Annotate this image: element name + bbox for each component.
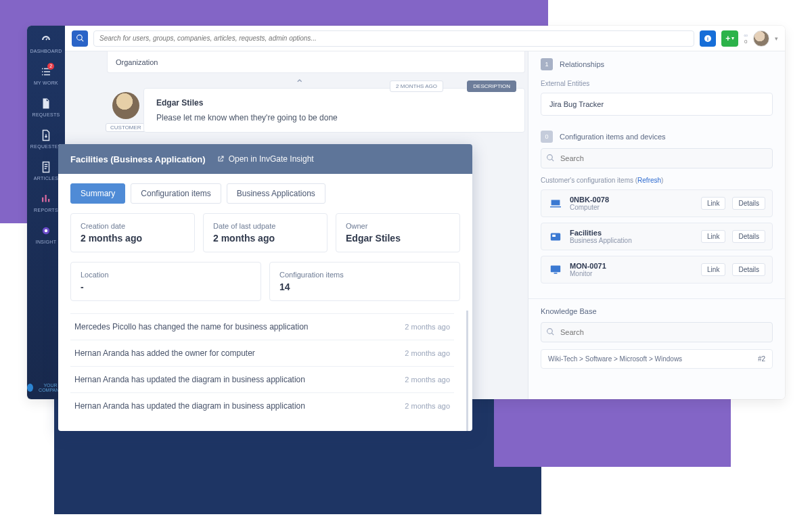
chevron-down-icon: ▾ bbox=[731, 35, 734, 41]
kb-article-row[interactable]: Wiki-Tech > Software > Microsoft > Windo… bbox=[541, 349, 773, 369]
right-panel: 1 Relationships External Entities Jira B… bbox=[528, 51, 785, 399]
notif-counter[interactable]: ∞ 0 bbox=[744, 32, 748, 45]
activity-row: Mercedes Picollo has changed the name fo… bbox=[70, 313, 454, 340]
file-icon bbox=[40, 97, 52, 110]
sidebar-item-insight[interactable]: INSIGHT bbox=[36, 225, 57, 244]
link-button[interactable]: Link bbox=[701, 230, 725, 243]
link-button[interactable]: Link bbox=[701, 197, 725, 210]
relationships-count: 1 bbox=[541, 58, 553, 70]
summary-card: Configuration items 14 bbox=[269, 262, 460, 301]
comment-time: 2 MONTHS AGO bbox=[390, 81, 443, 92]
sidebar-item-mywork[interactable]: 2 MY WORK bbox=[34, 66, 58, 85]
facilities-tabs: Summary Configuration items Business App… bbox=[58, 174, 472, 213]
summary-card: Owner Edgar Stiles bbox=[336, 213, 460, 252]
summary-card: Location - bbox=[70, 262, 261, 301]
search-icon bbox=[546, 154, 555, 162]
facilities-header: Facilities (Business Application) Open i… bbox=[58, 144, 472, 174]
comment-message: Please let me know when they're going to… bbox=[156, 113, 512, 122]
knowledge-base-section: Knowledge Base Wiki-Tech > Software > Mi… bbox=[528, 298, 785, 377]
search-icon bbox=[76, 34, 85, 43]
ci-type: Monitor bbox=[570, 270, 694, 277]
details-button[interactable]: Details bbox=[732, 197, 765, 210]
sidebar-item-reports[interactable]: REPORTS bbox=[34, 193, 58, 212]
refresh-link[interactable]: Refresh bbox=[637, 177, 661, 184]
search-input[interactable] bbox=[93, 30, 694, 47]
comment-tag: DESCRIPTION bbox=[467, 81, 516, 92]
role-tag: CUSTOMER bbox=[106, 123, 146, 132]
ci-search bbox=[541, 148, 773, 168]
sidebar-item-label: DASHBOARD bbox=[30, 49, 62, 53]
tab-summary[interactable]: Summary bbox=[70, 183, 125, 204]
sidebar-item-label: REQUESTED bbox=[30, 144, 62, 149]
sidebar-item-label: INSIGHT bbox=[36, 240, 57, 244]
relationships-header[interactable]: 1 Relationships bbox=[541, 58, 773, 70]
kb-search-input[interactable] bbox=[541, 322, 773, 342]
details-button[interactable]: Details bbox=[732, 263, 765, 276]
plus-icon: + bbox=[725, 34, 730, 43]
external-link-icon bbox=[217, 155, 225, 163]
search-button[interactable] bbox=[72, 30, 88, 47]
comment-bubble: 2 MONTHS AGO DESCRIPTION Edgar Stiles Pl… bbox=[143, 88, 525, 133]
info-icon: i bbox=[704, 35, 712, 43]
comment-author-name: Edgar Stiles bbox=[156, 98, 512, 108]
facilities-card: Facilities (Business Application) Open i… bbox=[58, 144, 472, 431]
details-button[interactable]: Details bbox=[732, 230, 765, 243]
kb-title: Knowledge Base bbox=[541, 307, 773, 315]
sidebar-item-label: MY WORK bbox=[34, 81, 58, 85]
facilities-title: Facilities (Business Application) bbox=[70, 154, 206, 164]
svg-rect-6 bbox=[551, 265, 560, 272]
breadcrumb[interactable]: Organization bbox=[107, 51, 525, 73]
ci-name: Facilities bbox=[570, 229, 694, 237]
monitor-icon bbox=[548, 264, 563, 276]
sidebar-item-label: REPORTS bbox=[34, 208, 58, 212]
chart-icon bbox=[40, 193, 52, 205]
ci-row: MON-0071 Monitor Link Details bbox=[541, 256, 773, 283]
file-down-icon bbox=[40, 129, 52, 141]
kb-search bbox=[541, 322, 773, 342]
insight-icon bbox=[40, 225, 52, 237]
laptop-icon bbox=[548, 198, 563, 210]
gauge-icon bbox=[40, 34, 52, 46]
ci-search-input[interactable] bbox=[541, 148, 773, 168]
sidebar-item-label: REQUESTS bbox=[32, 112, 60, 117]
top-bar: i + ▾ ∞ 0 ▾ bbox=[65, 26, 785, 51]
ci-row: 0NBK-0078 Computer Link Details bbox=[541, 189, 773, 217]
svg-point-1 bbox=[45, 229, 48, 233]
ci-name: 0NBK-0078 bbox=[570, 196, 694, 204]
ci-type: Computer bbox=[570, 204, 694, 211]
link-button[interactable]: Link bbox=[701, 263, 725, 276]
ci-header[interactable]: 0 Configuration items and devices bbox=[541, 131, 773, 143]
sidebar-item-label: ARTICLES bbox=[34, 176, 59, 181]
summary-card: Creation date 2 months ago bbox=[70, 213, 195, 252]
open-insight-link[interactable]: Open in InvGate Insight bbox=[217, 154, 314, 164]
sidebar-item-articles[interactable]: ARTICLES bbox=[34, 161, 59, 181]
svg-rect-7 bbox=[554, 273, 558, 274]
user-avatar[interactable] bbox=[753, 30, 769, 47]
add-button[interactable]: + ▾ bbox=[721, 30, 738, 47]
tab-config-items[interactable]: Configuration items bbox=[131, 183, 221, 204]
tab-business-apps[interactable]: Business Applications bbox=[227, 183, 325, 204]
comment-author: CUSTOMER bbox=[106, 92, 146, 132]
sidebar-item-requests[interactable]: REQUESTS bbox=[32, 97, 60, 117]
doc-icon bbox=[40, 161, 52, 173]
external-entities-label: External Entities bbox=[541, 80, 773, 87]
activity-row: Hernan Aranda has added the owner for co… bbox=[70, 340, 454, 366]
external-entity-row[interactable]: Jira Bug Tracker bbox=[541, 93, 773, 116]
link-icon: ∞ bbox=[744, 32, 748, 39]
ci-name: MON-0071 bbox=[570, 262, 694, 270]
sidebar-item-requested[interactable]: REQUESTED bbox=[30, 129, 62, 149]
chevron-down-icon: ▾ bbox=[775, 35, 778, 42]
app-icon bbox=[548, 231, 563, 243]
activity-row: Hernan Aranda has updated the diagram in… bbox=[70, 366, 454, 392]
help-button[interactable]: i bbox=[700, 30, 716, 47]
ci-refresh-line: Customer's configuration items (Refresh) bbox=[541, 177, 773, 184]
ci-count: 0 bbox=[541, 131, 553, 143]
ci-row: Facilities Business Application Link Det… bbox=[541, 223, 773, 250]
avatar bbox=[112, 92, 139, 119]
ci-type: Business Application bbox=[570, 237, 694, 244]
activity-row: Hernan Aranda has updated the diagram in… bbox=[70, 392, 454, 419]
search-icon bbox=[546, 327, 555, 336]
badge-count: 2 bbox=[47, 63, 54, 70]
sidebar-item-dashboard[interactable]: DASHBOARD bbox=[30, 34, 62, 53]
kb-tag: #2 bbox=[758, 355, 765, 363]
